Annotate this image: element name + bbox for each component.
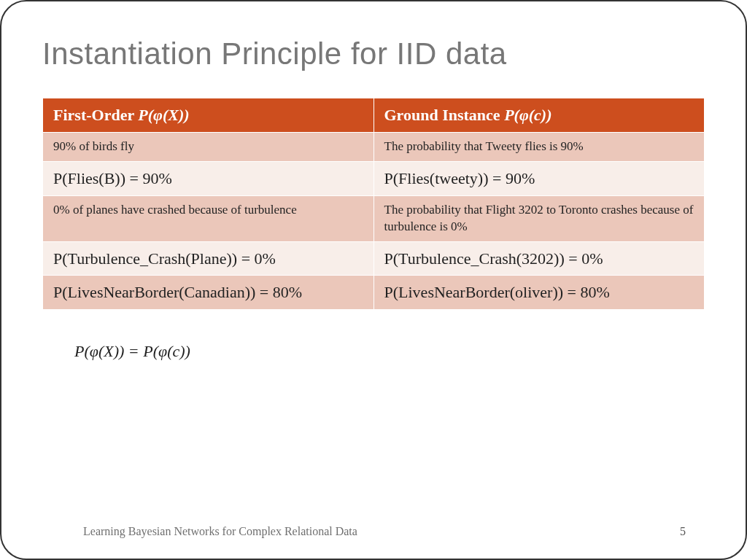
table-row: P(Flies(B)) = 90% P(Flies(tweety)) = 90% [43, 161, 705, 195]
header-ground-instance: Ground Instance P(φ(c)) [374, 98, 705, 133]
header-left-formula: P(φ(X)) [138, 106, 189, 124]
cell-first-order: P(Turbulence_Crash(Plane)) = 0% [43, 241, 374, 276]
slide-footer: Learning Bayesian Networks for Complex R… [1, 525, 746, 538]
table-body: 90% of birds fly The probability that Tw… [43, 133, 705, 310]
header-first-order: First-Order P(φ(X)) [43, 98, 374, 133]
cell-first-order: 0% of planes have crashed because of tur… [43, 195, 374, 241]
slide-frame: Instantiation Principle for IID data Fir… [0, 0, 747, 560]
cell-ground-instance: The probability that Flight 3202 to Toro… [374, 195, 705, 241]
cell-first-order: 90% of birds fly [43, 133, 374, 162]
page-number: 5 [680, 525, 686, 538]
cell-ground-instance: P(LivesNearBorder(oliver)) = 80% [374, 276, 705, 310]
cell-ground-instance: P(Flies(tweety)) = 90% [374, 161, 705, 195]
footer-source: Learning Bayesian Networks for Complex R… [83, 525, 357, 538]
principle-table: First-Order P(φ(X)) Ground Instance P(φ(… [42, 98, 705, 310]
header-right-prefix: Ground Instance [384, 106, 505, 124]
equation: P(φ(X)) = P(φ(c)) [74, 342, 705, 361]
header-right-formula: P(φ(c)) [504, 106, 551, 124]
table-row: P(Turbulence_Crash(Plane)) = 0% P(Turbul… [43, 241, 705, 276]
table-row: 90% of birds fly The probability that Tw… [43, 133, 705, 162]
table-row: 0% of planes have crashed because of tur… [43, 195, 705, 241]
page-title: Instantiation Principle for IID data [42, 36, 705, 71]
cell-ground-instance: P(Turbulence_Crash(3202)) = 0% [374, 241, 705, 276]
cell-first-order: P(Flies(B)) = 90% [43, 161, 374, 195]
header-left-prefix: First-Order [53, 106, 138, 124]
cell-ground-instance: The probability that Tweety flies is 90% [374, 133, 705, 162]
table-row: P(LivesNearBorder(Canadian)) = 80% P(Liv… [43, 276, 705, 310]
cell-first-order: P(LivesNearBorder(Canadian)) = 80% [43, 276, 374, 310]
table-header-row: First-Order P(φ(X)) Ground Instance P(φ(… [43, 98, 705, 133]
